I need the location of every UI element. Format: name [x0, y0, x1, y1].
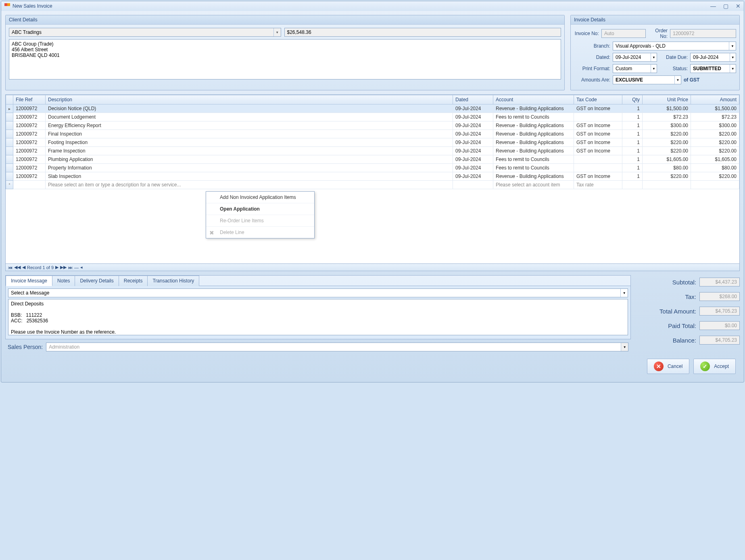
col-file-ref[interactable]: File Ref	[13, 95, 46, 104]
menu-delete-line: ✖ Delete Line	[206, 227, 314, 238]
nav-left-icon[interactable]: ◂	[80, 265, 83, 270]
message-select-input[interactable]	[8, 289, 620, 297]
chevron-down-icon[interactable]: ▼	[674, 76, 681, 84]
accept-button[interactable]: ✓ Accept	[693, 359, 736, 374]
order-no-label: Order No:	[648, 28, 668, 39]
chevron-down-icon[interactable]: ▼	[729, 42, 736, 50]
table-row[interactable]: 12000972Plumbing Application09-Jul-2024 …	[6, 155, 739, 164]
paid-total-label: Paid Total:	[635, 322, 696, 329]
table-row[interactable]: 12000972Final Inspection09-Jul-2024 Reve…	[6, 130, 739, 138]
invoice-panel-title: Invoice Details	[571, 15, 739, 25]
sales-person-input[interactable]	[46, 343, 621, 351]
app-icon	[4, 3, 10, 9]
tab-notes[interactable]: Notes	[52, 276, 75, 286]
nav-first-icon[interactable]: ⏮	[8, 265, 13, 270]
message-select-combo[interactable]: ▼	[8, 288, 628, 297]
client-panel-title: Client Details	[6, 15, 564, 25]
col-account[interactable]: Account	[493, 95, 574, 104]
nav-next-icon[interactable]: ▶	[55, 265, 58, 270]
chevron-down-icon[interactable]: ▼	[730, 53, 736, 61]
invoice-no-input[interactable]	[601, 29, 646, 38]
close-icon[interactable]: ✕	[736, 3, 741, 9]
nav-next-page-icon[interactable]: ▶▶	[60, 265, 67, 270]
subtotal-label: Subtotal:	[635, 279, 696, 286]
amounts-are-input[interactable]	[613, 76, 674, 84]
nav-record-text: Record 1 of 9	[27, 265, 54, 270]
tax-label: Tax:	[635, 293, 696, 300]
nav-last-icon[interactable]: ⏭	[68, 265, 73, 270]
chevron-down-icon[interactable]: ▼	[651, 65, 657, 73]
menu-add-non-invoiced-items[interactable]: Add Non Invoiced Application Items	[206, 192, 314, 203]
table-row[interactable]: ▸ 12000972Decision Notice (QLD)09-Jul-20…	[6, 104, 739, 113]
date-due-input[interactable]	[691, 53, 730, 61]
cancel-button[interactable]: ✕ Cancel	[647, 359, 689, 374]
window: New Sales Invoice — ▢ ✕ Client Details ▼	[1, 1, 744, 382]
chevron-down-icon[interactable]: ▼	[273, 28, 281, 36]
row-indicator-header	[6, 95, 13, 104]
subtotal-value: $4,437.23	[699, 278, 740, 286]
order-no-input[interactable]	[670, 29, 736, 38]
maximize-icon[interactable]: ▢	[723, 3, 728, 9]
status-combo[interactable]: ▼	[690, 64, 736, 73]
invoice-details-panel: Invoice Details Invoice No: Order No: Br…	[570, 15, 740, 90]
chevron-down-icon[interactable]: ▼	[651, 53, 657, 61]
table-row[interactable]: 12000972Frame Inspection09-Jul-2024 Reve…	[6, 147, 739, 155]
table-row[interactable]: 12000972Footing Inspection09-Jul-2024 Re…	[6, 138, 739, 147]
cancel-icon: ✕	[654, 361, 664, 371]
tab-invoice-message[interactable]: Invoice Message	[6, 276, 52, 286]
client-address-textarea[interactable]: ABC Group (Trade) 456 Albert Street BRIS…	[9, 39, 561, 79]
client-name-input[interactable]	[9, 28, 273, 36]
chevron-down-icon[interactable]: ▼	[620, 289, 628, 297]
tabs-panel: Invoice Message Notes Delivery Details R…	[5, 275, 631, 339]
col-tax-code[interactable]: Tax Code	[574, 95, 622, 104]
branch-combo[interactable]: ▼	[613, 42, 736, 50]
col-unit-price[interactable]: Unit Price	[643, 95, 691, 104]
nav-prev-page-icon[interactable]: ◀◀	[14, 265, 21, 270]
menu-open-application[interactable]: Open Application	[206, 203, 314, 215]
paid-total-value: $0.00	[699, 321, 740, 330]
table-row-new[interactable]: *Please select an item or type a descrip…	[6, 181, 739, 189]
balance-label: Balance:	[635, 337, 696, 344]
status-input[interactable]	[691, 65, 730, 73]
col-qty[interactable]: Qty	[622, 95, 643, 104]
table-row[interactable]: 12000972Document Lodgement09-Jul-2024 Fe…	[6, 113, 739, 121]
client-name-combo[interactable]: ▼	[9, 28, 281, 37]
amounts-are-label: Amounts Are:	[574, 77, 610, 83]
date-due-combo[interactable]: ▼	[690, 53, 736, 62]
chevron-down-icon[interactable]: ▼	[730, 65, 736, 73]
print-format-label: Print Format:	[574, 66, 610, 71]
accept-icon: ✓	[700, 361, 710, 371]
branch-label: Branch:	[574, 43, 610, 49]
minimize-icon[interactable]: —	[710, 3, 716, 9]
dated-combo[interactable]: ▼	[613, 53, 657, 62]
client-amount-input[interactable]	[284, 28, 561, 37]
dated-input[interactable]	[613, 53, 651, 61]
tab-transaction-history[interactable]: Transaction History	[147, 276, 199, 286]
amounts-are-combo[interactable]: ▼	[613, 75, 681, 84]
nav-prev-icon[interactable]: ◀	[22, 265, 25, 270]
tab-receipts[interactable]: Receipts	[119, 276, 148, 286]
table-row[interactable]: 12000972Slab Inspection09-Jul-2024 Reven…	[6, 172, 739, 181]
col-dated[interactable]: Dated	[453, 95, 493, 104]
accept-button-label: Accept	[714, 364, 729, 369]
col-amount[interactable]: Amount	[691, 95, 739, 104]
print-format-combo[interactable]: ▼	[613, 64, 657, 73]
of-gst-label: of GST	[684, 77, 699, 83]
tab-delivery-details[interactable]: Delivery Details	[75, 276, 119, 286]
totals-panel: Subtotal:$4,437.23 Tax:$268.00 Total Amo…	[635, 275, 740, 355]
message-body-textarea[interactable]: Direct Deposits BSB: 111222 ACC: 2536253…	[8, 299, 628, 335]
table-row[interactable]: 12000972Property Information09-Jul-2024 …	[6, 164, 739, 172]
branch-input[interactable]	[613, 42, 729, 50]
col-description[interactable]: Description	[46, 95, 453, 104]
date-due-label: Date Due:	[659, 54, 688, 60]
nav-minus-icon[interactable]: —	[74, 265, 79, 270]
sales-person-combo[interactable]: ▼	[46, 343, 628, 351]
titlebar: New Sales Invoice — ▢ ✕	[1, 1, 744, 11]
record-navigator: ⏮ ◀◀ ◀ Record 1 of 9 ▶ ▶▶ ⏭ — ◂	[5, 264, 740, 271]
context-menu: Add Non Invoiced Application Items Open …	[206, 191, 315, 238]
total-amount-value: $4,705.23	[699, 307, 740, 316]
sales-person-label: Sales Person:	[8, 344, 43, 350]
table-row[interactable]: 12000972Energy Efficiency Report09-Jul-2…	[6, 121, 739, 130]
print-format-input[interactable]	[613, 65, 651, 73]
chevron-down-icon[interactable]: ▼	[621, 343, 628, 351]
